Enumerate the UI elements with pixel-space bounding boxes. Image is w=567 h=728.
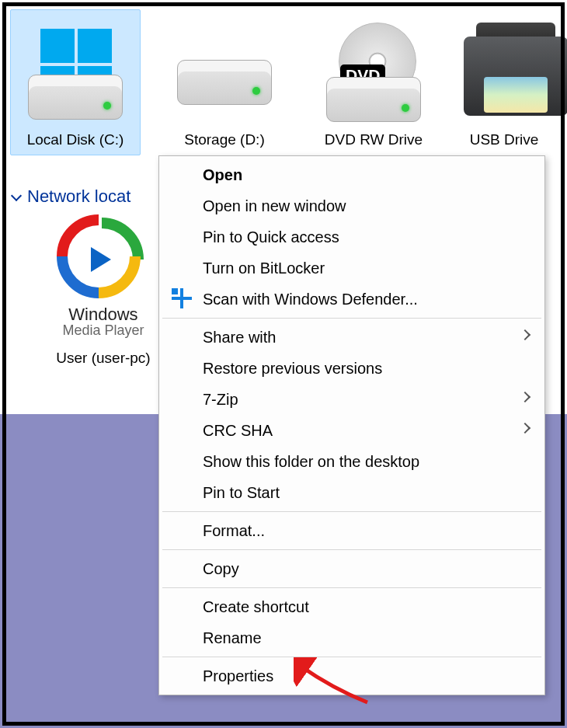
chevron-down-icon bbox=[10, 190, 23, 203]
chevron-right-icon bbox=[520, 392, 530, 402]
drive-usb[interactable]: USB Drive bbox=[457, 9, 551, 155]
drive-dvd-rw[interactable]: DVD DVD RW Drive bbox=[308, 9, 439, 155]
menu-separator bbox=[162, 587, 541, 588]
drive-storage-d[interactable]: Storage (D:) bbox=[159, 9, 290, 155]
menu-open[interactable]: Open bbox=[161, 159, 543, 190]
chevron-right-icon bbox=[520, 423, 530, 434]
menu-share-with[interactable]: Share with bbox=[161, 322, 543, 353]
drive-label: DVD RW Drive bbox=[325, 131, 423, 148]
menu-copy[interactable]: Copy bbox=[161, 553, 543, 584]
menu-separator bbox=[162, 511, 541, 512]
network-item-label: User (user-pc) bbox=[56, 350, 150, 367]
dvd-drive-icon: DVD bbox=[315, 15, 432, 131]
menu-separator bbox=[162, 657, 541, 657]
menu-7zip[interactable]: 7-Zip bbox=[161, 384, 543, 415]
hdd-windows-icon bbox=[17, 15, 134, 131]
menu-format[interactable]: Format... bbox=[161, 515, 543, 546]
shield-icon bbox=[172, 257, 193, 279]
context-menu: Open Open in new window Pin to Quick acc… bbox=[158, 155, 545, 695]
drive-label: Storage (D:) bbox=[184, 131, 264, 148]
menu-rename[interactable]: Rename bbox=[161, 622, 543, 653]
printer-icon bbox=[457, 15, 551, 131]
menu-pin-quick-access[interactable]: Pin to Quick access bbox=[161, 221, 543, 253]
menu-separator bbox=[162, 318, 541, 319]
menu-create-shortcut[interactable]: Create shortcut bbox=[161, 591, 543, 622]
drive-label: USB Drive bbox=[470, 131, 539, 148]
menu-defender-scan[interactable]: Scan with Windows Defender... bbox=[161, 284, 543, 315]
network-item-wmp[interactable]: Windows Media Player User (user-pc) bbox=[33, 214, 173, 367]
menu-properties[interactable]: Properties bbox=[161, 660, 543, 691]
menu-separator bbox=[162, 549, 541, 550]
menu-open-new-window[interactable]: Open in new window bbox=[161, 190, 543, 221]
wmp-name: Windows Media Player bbox=[62, 306, 144, 337]
windows-media-player-icon bbox=[57, 214, 150, 301]
menu-crc-sha[interactable]: CRC SHA bbox=[161, 415, 543, 446]
windows-defender-icon bbox=[172, 288, 193, 310]
menu-restore-previous[interactable]: Restore previous versions bbox=[161, 353, 543, 384]
menu-pin-start[interactable]: Pin to Start bbox=[161, 477, 543, 508]
menu-bitlocker[interactable]: Turn on BitLocker bbox=[161, 253, 543, 284]
drives-row: Local Disk (C:) Storage (D:) DVD DVD RW … bbox=[10, 9, 567, 155]
hdd-icon bbox=[166, 15, 283, 131]
menu-show-on-desktop[interactable]: Show this folder on the desktop bbox=[161, 446, 543, 477]
network-header-text: Network locat bbox=[27, 186, 130, 207]
drive-local-disk-c[interactable]: Local Disk (C:) bbox=[10, 9, 141, 155]
drive-label: Local Disk (C:) bbox=[27, 131, 124, 148]
chevron-right-icon bbox=[520, 329, 530, 340]
